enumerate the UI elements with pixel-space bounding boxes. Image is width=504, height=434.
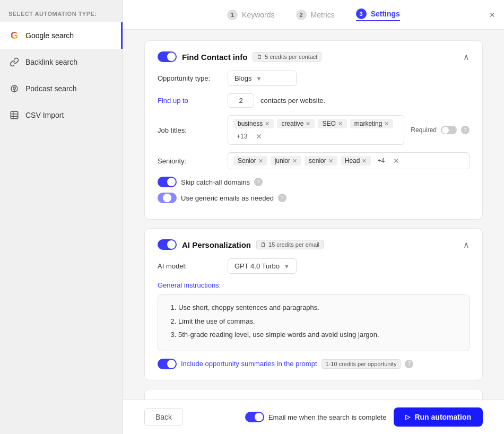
job-titles-more: +13 — [233, 132, 250, 141]
email-toggle[interactable] — [245, 412, 264, 422]
ai-toggle[interactable] — [158, 239, 177, 250]
find-up-to-row: Find up to contacts per website. — [158, 93, 470, 108]
tag-remove-icon[interactable]: ✕ — [258, 158, 263, 164]
step-label-keywords: Keywords — [242, 11, 274, 19]
step-num-2: 2 — [296, 10, 307, 20]
backlink-icon — [8, 56, 20, 68]
sidebar-label: SELECT AUTOMATION TYPE: — [0, 0, 123, 22]
sidebar-item-google-search[interactable]: G Google search — [0, 22, 123, 49]
ai-personalization-header: AI Personalization 🗒 15 credits per emai… — [158, 239, 470, 250]
footer: Back Email me when the search is complet… — [123, 400, 504, 434]
tag-remove-icon[interactable]: ✕ — [362, 158, 367, 164]
step-num-1: 1 — [227, 10, 238, 20]
ai-collapse[interactable]: ∧ — [463, 240, 470, 250]
instructions-list: Use short, choppy sentences and paragrap… — [168, 302, 459, 340]
steps-nav: 1 Keywords 2 Metrics 3 Settings — [227, 8, 400, 21]
tag-seo: SEO ✕ — [318, 119, 346, 128]
use-generic-info-icon[interactable]: ? — [278, 194, 286, 202]
email-toggle-label: Email me when the search is complete — [268, 413, 387, 421]
ai-header-left: AI Personalization 🗒 15 credits per emai… — [158, 239, 324, 250]
svg-rect-1 — [11, 111, 18, 119]
close-button[interactable]: ✕ — [489, 11, 496, 19]
tag-senior2: senior ✕ — [305, 156, 337, 166]
tag-remove-icon[interactable]: ✕ — [384, 120, 389, 127]
include-prompt-label: Include opportunity summaries in the pro… — [181, 360, 317, 368]
ai-model-value: GPT 4.0 Turbo — [234, 262, 280, 270]
tag-business: business ✕ — [233, 119, 274, 128]
sidebar-item-csv-import[interactable]: CSV Import — [0, 102, 123, 128]
opportunity-type-select[interactable]: Blogs ▼ — [228, 71, 297, 86]
sidebar-item-podcast-search[interactable]: Podcast search — [0, 75, 123, 102]
ai-title: AI Personalization — [182, 240, 251, 249]
required-info-icon[interactable]: ? — [461, 126, 470, 134]
use-generic-toggle[interactable] — [158, 193, 177, 203]
google-icon: G — [8, 30, 20, 41]
instruction-item: Limit the use of commas. — [178, 316, 459, 327]
step-keywords[interactable]: 1 Keywords — [227, 10, 274, 20]
ai-badge-text: 15 credits per email — [268, 241, 319, 248]
contacts-per-website: contacts per website. — [260, 97, 325, 105]
svg-point-0 — [13, 87, 16, 90]
step-label-metrics: Metrics — [311, 11, 335, 19]
include-prompt-row: Include opportunity summaries in the pro… — [158, 359, 470, 369]
required-row: Required ? — [411, 126, 470, 134]
ai-badge-icon: 🗒 — [260, 241, 266, 248]
include-prompt-toggle[interactable] — [158, 359, 177, 369]
general-instructions-label: General instructions: — [158, 281, 470, 289]
find-up-to-input[interactable] — [228, 93, 254, 108]
use-generic-row: Use generic emails as needed ? — [158, 193, 470, 203]
include-prompt-badge: 1-10 credits per opportunity — [321, 359, 401, 369]
csv-icon — [8, 109, 20, 121]
skip-catchall-toggle[interactable] — [158, 177, 177, 187]
ai-model-select[interactable]: GPT 4.0 Turbo ▼ — [228, 258, 297, 274]
ai-model-label: AI model: — [158, 262, 221, 270]
include-prompt-info-icon[interactable]: ? — [405, 360, 413, 368]
step-num-3: 3 — [356, 8, 367, 19]
tag-label: creative — [281, 120, 303, 127]
step-settings[interactable]: 3 Settings — [356, 8, 400, 21]
tag-label: SEO — [322, 120, 335, 127]
job-titles-label: Job titles: — [158, 126, 221, 134]
skip-catchall-info-icon[interactable]: ? — [254, 178, 263, 186]
tag-remove-icon[interactable]: ✕ — [306, 120, 310, 127]
tag-remove-icon[interactable]: ✕ — [292, 158, 297, 164]
recurring-card: Recurring ∧ — [144, 389, 483, 400]
tag-label: business — [238, 120, 263, 127]
tag-remove-icon[interactable]: ✕ — [338, 120, 343, 127]
run-label: Run automation — [414, 413, 471, 421]
find-contact-card: Find Contact info 🗒 5 credits per contac… — [144, 40, 483, 220]
find-contact-toggle[interactable] — [158, 51, 177, 62]
find-contact-header-left: Find Contact info 🗒 5 credits per contac… — [158, 51, 321, 62]
sidebar-item-backlink-search[interactable]: Backlink search — [0, 49, 123, 75]
header: 1 Keywords 2 Metrics 3 Settings ✕ — [123, 0, 504, 30]
tag-remove-icon[interactable]: ✕ — [265, 120, 270, 127]
tag-senior: Senior ✕ — [233, 156, 267, 166]
tag-junior: junior ✕ — [271, 156, 301, 166]
sidebar-item-label: Podcast search — [25, 84, 77, 93]
main-panel: 1 Keywords 2 Metrics 3 Settings ✕ Find C… — [123, 0, 504, 434]
required-toggle[interactable] — [441, 126, 457, 134]
opportunity-type-label: Opportunity type: — [158, 74, 221, 82]
ai-model-row: AI model: GPT 4.0 Turbo ▼ — [158, 258, 470, 274]
tag-remove-icon[interactable]: ✕ — [328, 158, 333, 164]
find-contact-collapse[interactable]: ∧ — [463, 52, 470, 62]
seniority-tags[interactable]: Senior ✕ junior ✕ senior ✕ Head ✕ — [228, 152, 470, 169]
job-titles-clear[interactable]: ✕ — [256, 132, 262, 141]
tag-label: Senior — [238, 157, 256, 164]
seniority-row: Seniority: Senior ✕ junior ✕ senior ✕ — [158, 152, 470, 169]
footer-right: Email me when the search is complete ▷ R… — [245, 407, 483, 427]
sidebar: SELECT AUTOMATION TYPE: G Google search … — [0, 0, 123, 434]
step-metrics[interactable]: 2 Metrics — [296, 10, 335, 20]
back-button[interactable]: Back — [144, 408, 183, 426]
job-titles-tags[interactable]: business ✕ creative ✕ SEO ✕ marketing ✕ — [228, 115, 404, 145]
opportunity-type-row: Opportunity type: Blogs ▼ — [158, 71, 470, 86]
seniority-label: Seniority: — [158, 157, 221, 165]
badge-text: 5 credits per contact — [265, 54, 317, 60]
seniority-clear[interactable]: ✕ — [393, 157, 399, 165]
find-contact-badge: 🗒 5 credits per contact — [253, 52, 321, 62]
instruction-item: Use short, choppy sentences and paragrap… — [178, 302, 459, 313]
run-automation-button[interactable]: ▷ Run automation — [394, 407, 483, 427]
sidebar-item-label: CSV Import — [25, 111, 64, 119]
job-titles-row: Job titles: business ✕ creative ✕ SEO ✕ — [158, 115, 470, 145]
ai-badge: 🗒 15 credits per email — [256, 240, 324, 249]
